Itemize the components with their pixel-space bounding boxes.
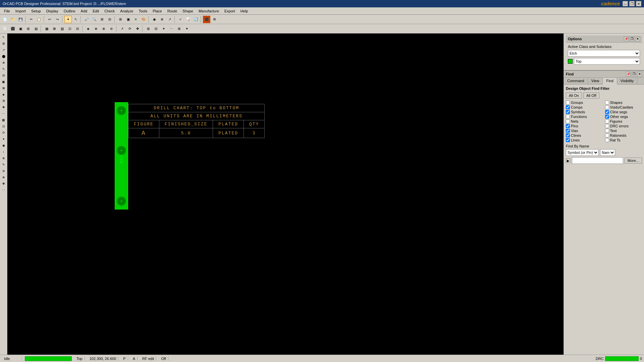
tb-new[interactable]: 📄 bbox=[1, 16, 9, 23]
lt-4[interactable]: ⊕ bbox=[1, 60, 7, 66]
find-restore-btn[interactable]: ❐ bbox=[632, 72, 636, 76]
tb-report[interactable]: 📊 bbox=[184, 16, 192, 23]
menu-item-analyze[interactable]: Analyze bbox=[117, 8, 136, 14]
cb-vias-input[interactable] bbox=[566, 129, 570, 133]
tb-cut[interactable]: ✂ bbox=[28, 16, 35, 23]
lt-23[interactable]: ✤ bbox=[1, 181, 7, 187]
tb-place[interactable]: ⊕ bbox=[158, 16, 166, 23]
tb2-10[interactable]: ⊟ bbox=[74, 25, 81, 33]
fbn-arrow-button[interactable]: ▶ bbox=[566, 158, 571, 163]
lt-5[interactable]: ✎ bbox=[1, 66, 7, 72]
tb-layers[interactable]: ≡ bbox=[132, 16, 140, 23]
lt-24[interactable]: ⋯ bbox=[1, 187, 7, 193]
lt-19[interactable]: ⊗ bbox=[1, 155, 7, 161]
lt-2[interactable]: ↗ bbox=[1, 47, 7, 53]
options-restore-btn[interactable]: ❐ bbox=[630, 37, 634, 41]
tb2-4[interactable]: ⊞ bbox=[24, 25, 32, 33]
tb-highlight[interactable]: ✦ bbox=[64, 16, 72, 23]
more-button[interactable]: More... bbox=[625, 158, 642, 164]
lt-16[interactable]: ✦ bbox=[1, 136, 7, 142]
tb2-5[interactable]: ▤ bbox=[32, 25, 40, 33]
tb2-3[interactable]: ▣ bbox=[17, 25, 24, 33]
tab-find[interactable]: Find bbox=[603, 78, 617, 84]
options-pin-btn[interactable]: 📌 bbox=[624, 37, 629, 41]
close-button[interactable]: ✕ bbox=[636, 1, 641, 6]
menu-item-shape[interactable]: Shape bbox=[180, 8, 196, 14]
cb-figures-input[interactable] bbox=[605, 119, 609, 123]
lt-20[interactable]: ✎ bbox=[1, 162, 7, 168]
tb2-9[interactable]: ⊡ bbox=[66, 25, 73, 33]
tb2-13[interactable]: ⊗ bbox=[100, 25, 107, 33]
lt-7[interactable]: ▣ bbox=[1, 79, 7, 85]
cb-symbols-input[interactable] bbox=[566, 110, 570, 114]
tb-open[interactable]: 📂 bbox=[9, 16, 16, 23]
menu-item-edit[interactable]: Edit bbox=[90, 8, 102, 14]
tb2-21[interactable]: ⋯ bbox=[168, 25, 175, 33]
tb2-8[interactable]: ▧ bbox=[58, 25, 66, 33]
lt-17[interactable]: ◉ bbox=[1, 142, 7, 148]
tb-refresh[interactable]: 🔄 bbox=[192, 16, 200, 23]
tb-redo[interactable]: ↪ bbox=[54, 16, 61, 23]
tb-drc[interactable]: ✓ bbox=[177, 16, 184, 23]
tb2-6[interactable]: ▦ bbox=[43, 25, 50, 33]
lt-6[interactable]: ⊟ bbox=[1, 72, 7, 78]
options-close-btn[interactable]: ✕ bbox=[635, 37, 640, 41]
tb-more1[interactable]: ⚙ bbox=[211, 16, 218, 23]
tb-shapes[interactable]: ◉ bbox=[151, 16, 158, 23]
cb-shapes-input[interactable] bbox=[605, 101, 609, 105]
lt-14[interactable]: ⊡ bbox=[1, 123, 7, 129]
tb-colors[interactable]: 🎨 bbox=[140, 16, 147, 23]
tb-active-highlight[interactable]: ⬛ bbox=[203, 16, 210, 23]
tb2-20[interactable]: ✦ bbox=[160, 25, 167, 33]
tb-zoom-sel[interactable]: ⊟ bbox=[106, 16, 113, 23]
lt-9[interactable]: ◈ bbox=[1, 92, 7, 98]
tb-save[interactable]: 💾 bbox=[17, 16, 24, 23]
menu-item-setup[interactable]: Setup bbox=[29, 8, 44, 14]
menu-item-outline[interactable]: Outline bbox=[61, 8, 78, 14]
fbn-name-select[interactable]: Nam bbox=[600, 149, 615, 156]
cb-other-segs-input[interactable] bbox=[605, 115, 609, 119]
lt-3[interactable]: ⬤ bbox=[1, 53, 7, 59]
lt-8[interactable]: ⊠ bbox=[1, 85, 7, 91]
cb-functions-input[interactable] bbox=[566, 115, 570, 119]
tb2-18[interactable]: ⊞ bbox=[145, 25, 152, 33]
tab-view[interactable]: View bbox=[588, 78, 603, 84]
tb-copy[interactable]: 📋 bbox=[35, 16, 43, 23]
cb-drc-errors-input[interactable] bbox=[605, 124, 609, 128]
cb-text-input[interactable] bbox=[605, 129, 609, 133]
lt-15[interactable]: ⟳ bbox=[1, 130, 7, 136]
cb-lines-input[interactable] bbox=[566, 138, 570, 142]
tb-3d[interactable]: ▣ bbox=[124, 16, 132, 23]
cb-rat-ts-input[interactable] bbox=[605, 138, 609, 142]
tb2-12[interactable]: ⊕ bbox=[92, 25, 100, 33]
find-close-btn[interactable]: ✕ bbox=[637, 72, 642, 76]
tb-zoom-out[interactable]: 🔍 bbox=[91, 16, 98, 23]
cb-pins-input[interactable] bbox=[566, 124, 570, 128]
lt-13[interactable]: ▦ bbox=[1, 117, 7, 123]
lt-select[interactable]: ↖ bbox=[1, 34, 7, 40]
lt-18[interactable]: ↕ bbox=[1, 149, 7, 155]
tab-visibility[interactable]: Visibility bbox=[617, 78, 638, 84]
menu-item-export[interactable]: Export bbox=[222, 8, 238, 14]
lt-22[interactable]: ⊕ bbox=[1, 174, 7, 180]
tb2-11[interactable]: ◈ bbox=[85, 25, 92, 33]
lt-10[interactable]: ⚙ bbox=[1, 98, 7, 104]
fbn-symbol-select[interactable]: Symbol (or Pin) bbox=[566, 149, 599, 156]
menu-item-route[interactable]: Route bbox=[165, 8, 180, 14]
lt-21[interactable]: ⊜ bbox=[1, 168, 7, 174]
tb2-16[interactable]: ⟳ bbox=[126, 25, 133, 33]
cb-voids-input[interactable] bbox=[605, 105, 609, 109]
tb2-14[interactable]: ⊜ bbox=[108, 25, 115, 33]
lt-12[interactable]: ⋯ bbox=[1, 111, 7, 117]
tb2-1[interactable]: ⬜ bbox=[1, 25, 9, 33]
cb-cline-segs-input[interactable] bbox=[605, 110, 609, 114]
restore-button[interactable]: ❐ bbox=[629, 1, 635, 6]
class-select[interactable]: Etch bbox=[568, 50, 640, 57]
tb2-17[interactable]: ✤ bbox=[134, 25, 141, 33]
tb-pointer[interactable]: ↖ bbox=[72, 16, 79, 23]
all-off-button[interactable]: All Off bbox=[583, 93, 599, 99]
menu-item-help[interactable]: Help bbox=[238, 8, 251, 14]
lt-1[interactable]: ⊞ bbox=[1, 41, 7, 47]
tb2-15[interactable]: ↗ bbox=[118, 25, 126, 33]
cb-comps-input[interactable] bbox=[566, 105, 570, 109]
